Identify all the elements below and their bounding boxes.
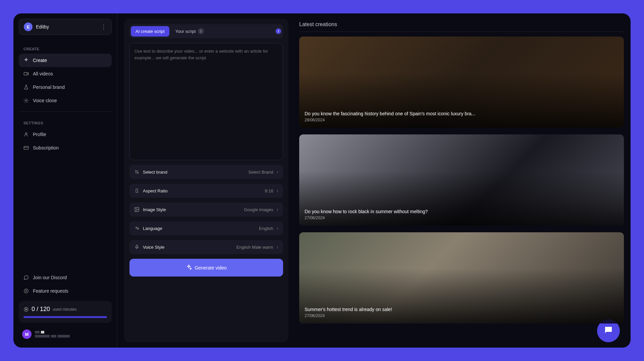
- option-value: 9:16: [265, 188, 273, 193]
- nav-feature-requests[interactable]: Feature requests: [19, 284, 112, 298]
- tab-your-script[interactable]: Your script i: [171, 25, 209, 37]
- gear-icon: [23, 98, 29, 103]
- sparkle-icon: [186, 264, 192, 271]
- chevron-right-icon: ›: [277, 244, 278, 250]
- nav-label: Profile: [33, 132, 46, 137]
- nav-voice-clone[interactable]: Voice clone: [19, 94, 112, 107]
- workspace-avatar: E: [24, 22, 33, 31]
- nav-label: Subscription: [33, 145, 59, 151]
- creation-card[interactable]: Do you know the fascinating history behi…: [299, 37, 624, 128]
- nav-all-videos[interactable]: All videos: [19, 67, 112, 80]
- creation-title: Do you know how to rock black in summer …: [305, 209, 619, 214]
- option-voice-style[interactable]: Voice Style English Male warm ›: [129, 240, 283, 254]
- user-icon: [23, 132, 29, 137]
- play-circle-icon: [23, 307, 29, 312]
- user-info-redacted: [35, 331, 70, 338]
- nav-label: All videos: [33, 71, 53, 76]
- option-image-style[interactable]: Image Style Google images ›: [129, 202, 283, 217]
- nav-label: Feature requests: [33, 288, 68, 294]
- tab-label: Your script: [175, 29, 196, 34]
- card-icon: [23, 145, 29, 151]
- mic-icon: [134, 244, 140, 250]
- svg-point-13: [137, 172, 138, 173]
- plus-circle-icon: [23, 288, 29, 294]
- svg-point-2: [25, 133, 27, 134]
- option-value: Select Brand: [248, 170, 273, 175]
- chevron-right-icon: ›: [277, 225, 278, 231]
- nav-discord[interactable]: Join our Discord: [19, 271, 112, 284]
- nav-label: Voice clone: [33, 98, 57, 103]
- svg-point-12: [136, 171, 137, 172]
- button-label: Generate video: [195, 265, 227, 270]
- app-window: E Editby ⋮ CREATE Create All videos Pers…: [13, 13, 631, 348]
- nav-label: Personal brand: [33, 84, 65, 90]
- tab-ai-script[interactable]: AI create script: [131, 26, 169, 37]
- option-label: Voice Style: [143, 245, 233, 250]
- sliders-icon: [134, 169, 140, 175]
- creation-date: 27/06/2024: [305, 216, 619, 220]
- create-panel: AI create script Your script i i Select …: [124, 19, 288, 342]
- nav-profile[interactable]: Profile: [19, 128, 112, 141]
- option-label: Language: [143, 226, 256, 231]
- flask-icon: [23, 84, 29, 90]
- option-label: Aspect Ratio: [143, 188, 261, 193]
- svg-point-16: [136, 208, 137, 209]
- svg-rect-14: [136, 189, 138, 193]
- workspace-name: Editby: [36, 24, 97, 29]
- info-icon[interactable]: i: [275, 28, 282, 35]
- creation-card[interactable]: Summer's hottest trend is already on sal…: [299, 232, 624, 323]
- chevron-right-icon: ›: [277, 188, 278, 194]
- creations-title: Latest creations: [299, 19, 624, 32]
- section-create-label: CREATE: [19, 44, 112, 54]
- creation-title: Summer's hottest trend is already on sal…: [305, 307, 619, 312]
- nav-create[interactable]: Create: [19, 54, 112, 67]
- sidebar: E Editby ⋮ CREATE Create All videos Pers…: [13, 13, 117, 348]
- usage-card: 0 / 120 used minutes: [19, 301, 112, 323]
- creations-section: Latest creations Do you know the fascina…: [299, 19, 624, 342]
- option-label: Image Style: [143, 207, 240, 212]
- creation-card[interactable]: Do you know how to rock black in summer …: [299, 134, 624, 226]
- option-aspect-ratio[interactable]: Aspect Ratio 9:16 ›: [129, 184, 283, 198]
- usage-count: 0 / 120: [32, 306, 50, 313]
- svg-point-1: [25, 100, 27, 101]
- creation-date: 28/06/2024: [305, 118, 619, 122]
- option-value: English Male warm: [236, 245, 273, 250]
- creation-date: 27/06/2024: [305, 313, 619, 318]
- option-value: Google images: [244, 207, 273, 212]
- script-tabs: AI create script Your script i i: [129, 24, 283, 38]
- sparkle-icon: [23, 58, 29, 63]
- user-menu[interactable]: M: [19, 326, 112, 342]
- nav-label: Join our Discord: [33, 275, 67, 280]
- chat-icon: [23, 275, 29, 280]
- usage-label: used minutes: [53, 307, 76, 312]
- generate-video-button[interactable]: Generate video: [129, 259, 283, 277]
- nav-personal-brand[interactable]: Personal brand: [19, 80, 112, 94]
- chat-bubble-icon: [603, 325, 613, 337]
- info-badge-icon: i: [198, 28, 204, 34]
- section-settings-label: SETTINGS: [19, 118, 112, 128]
- option-language[interactable]: Language English ›: [129, 221, 283, 235]
- nav-label: Create: [33, 58, 47, 63]
- usage-progress: [23, 316, 107, 318]
- option-value: English: [259, 226, 273, 231]
- nav-subscription[interactable]: Subscription: [19, 141, 112, 155]
- image-icon: [134, 207, 140, 212]
- svg-marker-9: [26, 308, 27, 310]
- more-vertical-icon[interactable]: ⋮: [101, 24, 107, 30]
- user-avatar: M: [22, 329, 32, 339]
- chevron-right-icon: ›: [277, 169, 278, 175]
- workspace-switcher[interactable]: E Editby ⋮: [19, 19, 112, 35]
- svg-rect-0: [24, 72, 27, 75]
- chevron-right-icon: ›: [277, 206, 278, 213]
- option-label: Select brand: [143, 170, 245, 175]
- divider: [19, 111, 112, 112]
- prompt-input[interactable]: [129, 43, 283, 160]
- creation-title: Do you know the fascinating history behi…: [305, 111, 619, 116]
- option-brand[interactable]: Select brand Select Brand ›: [129, 165, 283, 179]
- video-icon: [23, 71, 29, 76]
- sidebar-footer: Join our Discord Feature requests 0 / 12…: [19, 271, 112, 342]
- creations-list: Do you know the fascinating history behi…: [299, 37, 624, 323]
- svg-rect-17: [136, 245, 138, 247]
- translate-icon: [134, 226, 140, 231]
- rectangle-icon: [134, 188, 140, 193]
